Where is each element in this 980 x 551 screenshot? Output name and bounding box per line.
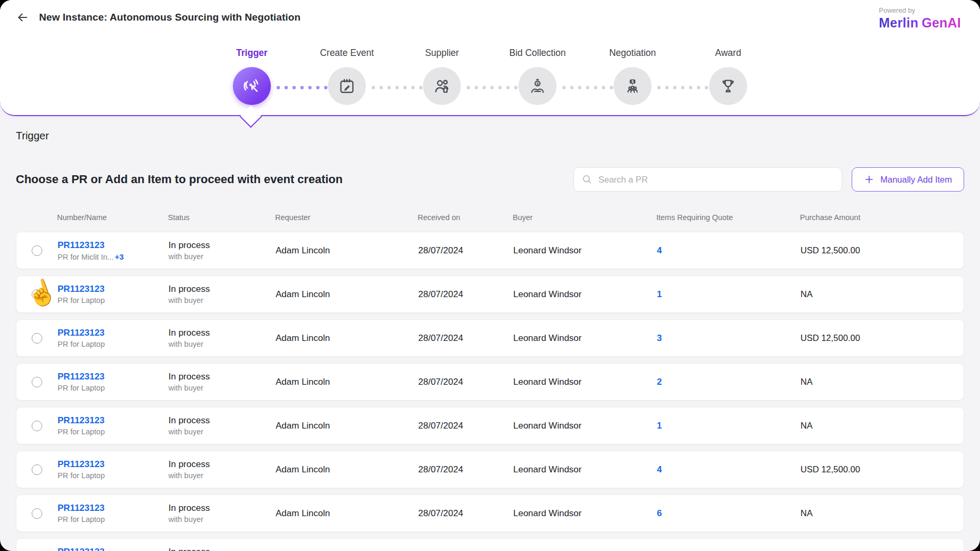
purchase-amount-cell: USD 12,500.00 [800,333,964,343]
brand-merlin: Merlin [879,15,919,30]
step-negotiation-circle[interactable]: $ [614,67,652,105]
status-subtext: with buyer [168,340,276,348]
table-row[interactable]: PR1123123 PR for Laptop In process with … [16,495,964,532]
step-supplier: Supplier [392,48,492,105]
pr-radio[interactable] [32,289,42,300]
buyer-cell: Leonard Windsor [513,245,657,256]
pr-number-link[interactable]: PR1123123 [58,503,168,514]
pr-radio[interactable] [32,508,42,519]
pr-radio[interactable] [32,245,42,256]
items-quote-link[interactable]: 2 [657,377,800,387]
pr-radio[interactable] [32,377,42,387]
pr-radio[interactable] [32,464,42,475]
purchase-amount-cell: USD 12,500.00 [800,245,964,255]
choose-pr-subtitle: Choose a PR or Add an Item to proceed wi… [16,173,343,186]
buyer-cell: Leonard Windsor [513,464,657,475]
powered-by-label: Powered by [879,6,961,15]
status-subtext: with buyer [168,428,276,436]
plus-icon [864,174,874,185]
received-on-cell: 28/07/2024 [418,421,513,431]
back-button[interactable] [15,10,31,25]
manually-add-item-button[interactable]: Manually Add Item [852,167,964,192]
items-quote-link[interactable]: 1 [657,289,800,300]
items-quote-link[interactable]: 4 [657,245,800,256]
pr-number-link[interactable]: PR1123123 [58,284,168,294]
step-supplier-circle[interactable] [423,67,461,105]
pr-name: PR for Laptop [58,296,168,305]
col-purchase-amount: Purchase Amount [800,213,964,222]
pr-number-link[interactable]: PR1123123 [58,547,168,551]
manually-add-item-label: Manually Add Item [880,175,952,185]
step-trigger: Trigger [202,48,302,105]
step-negotiation: Negotiation $ [582,48,683,105]
table-row[interactable]: PR1123123 PR for Miclit In...+3 In proce… [16,232,964,269]
pr-name: PR for Laptop [58,428,168,436]
table-header: Number/Name Status Requester Received on… [16,210,964,225]
purchase-amount-cell: NA [800,377,964,387]
step-bid-collection-label: Bid Collection [487,48,588,59]
status-subtext: with buyer [168,471,276,480]
table-row[interactable]: PR1123123 PR for Laptop In process with … [16,276,964,313]
col-number-name: Number/Name [57,213,168,222]
table-row[interactable]: PR1123123 PR for Laptop In process with … [16,451,964,488]
table-row[interactable]: PR1123123 PR for Laptop In process with … [16,407,964,444]
pr-name: PR for Laptop [58,384,168,392]
buyer-cell: Leonard Windsor [513,377,657,387]
status-subtext: with buyer [168,296,276,305]
requester-cell: Adam Lincoln [276,421,418,431]
pr-name: PR for Laptop [58,340,168,348]
pr-number-link[interactable]: PR1123123 [58,328,168,338]
requester-cell: Adam Lincoln [276,289,418,300]
header-stepper-card: New Instance: Autonomous Sourcing with N… [0,0,980,116]
step-award: Award [678,48,778,105]
purchase-amount-cell: USD 12,500.00 [800,464,964,474]
col-buyer: Buyer [513,213,656,222]
pr-radio[interactable] [32,421,42,431]
status-text: In process [168,240,276,251]
pr-number-link[interactable]: PR1123123 [58,415,168,426]
step-create-event-label: Create Event [297,48,397,59]
main-content: Trigger Choose a PR or Add an Item to pr… [0,116,980,551]
received-on-cell: 28/07/2024 [418,245,513,256]
items-quote-link[interactable]: 3 [657,333,800,344]
requester-cell: Adam Lincoln [276,333,418,344]
status-text: In process [168,547,276,551]
received-on-cell: 28/07/2024 [418,333,513,344]
table-row[interactable]: PR1123123 PR for Laptop In process with … [16,319,964,357]
purchase-amount-cell: NA [800,508,964,518]
pr-number-link[interactable]: PR1123123 [58,240,168,251]
search-input[interactable] [573,167,842,192]
pr-number-link[interactable]: PR1123123 [58,372,168,382]
pr-radio[interactable] [32,333,42,344]
col-items-requiring-quote: Items Requiring Quote [656,213,800,222]
pr-name: PR for Laptop [58,471,168,480]
status-subtext: with buyer [168,515,276,524]
status-text: In process [168,284,276,294]
items-quote-link[interactable]: 6 [657,508,800,519]
calendar-edit-icon [338,77,356,95]
pr-name: PR for Miclit In...+3 [58,252,168,261]
buyer-cell: Leonard Windsor [513,508,657,519]
items-quote-link[interactable]: 4 [657,464,800,475]
step-award-circle[interactable] [709,67,747,105]
step-trigger-circle[interactable] [233,67,271,105]
received-on-cell: 28/07/2024 [418,464,513,475]
items-quote-link[interactable]: 1 [657,421,800,431]
toolbar: Choose a PR or Add an Item to proceed wi… [16,167,964,192]
requester-cell: Adam Lincoln [276,464,418,475]
pr-name: PR for Laptop [58,515,168,524]
pr-number-link[interactable]: PR1123123 [58,459,168,470]
step-create-event: Create Event [297,48,397,105]
received-on-cell: 28/07/2024 [418,289,513,300]
search-pr [573,167,842,192]
search-icon [581,174,593,185]
table-row[interactable]: PR1123123 PR for Laptop In process with … [16,363,964,401]
step-bid-collection-circle[interactable]: $ [519,67,557,105]
trigger-target-icon [242,77,261,96]
step-create-event-circle[interactable] [328,67,366,105]
app-window: New Instance: Autonomous Sourcing with N… [0,0,980,551]
pr-more-count[interactable]: +3 [115,252,124,261]
table-row[interactable]: PR1123123 PR for Laptop In process with … [16,538,964,551]
step-trigger-label: Trigger [202,48,302,59]
received-on-cell: 28/07/2024 [418,377,513,387]
